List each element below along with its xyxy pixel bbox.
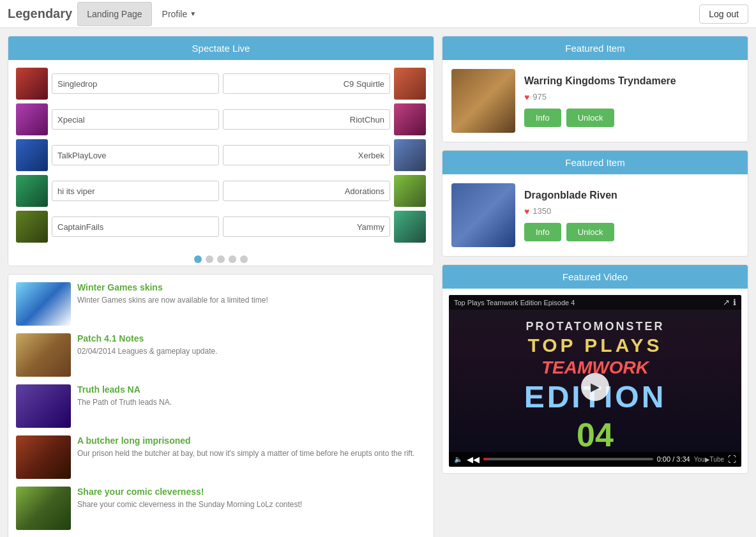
avatar	[16, 68, 48, 100]
news-title[interactable]: Truth leads NA	[77, 384, 172, 395]
news-thumbnail	[16, 384, 71, 428]
avatar	[394, 103, 426, 135]
spectate-player-input[interactable]	[223, 109, 390, 130]
rewind-icon[interactable]: ◀◀	[467, 455, 480, 464]
nav-landing-page[interactable]: Landing Page	[77, 2, 151, 26]
featured-item-image-2	[451, 183, 515, 247]
video-progress-fill	[483, 458, 488, 460]
spectate-player-input[interactable]	[223, 73, 390, 94]
unlock-button-1[interactable]: Unlock	[566, 109, 615, 127]
spectate-player-input[interactable]	[52, 73, 219, 94]
avatar	[394, 175, 426, 207]
avatar	[394, 211, 426, 243]
left-column: Spectate Live	[8, 36, 434, 537]
news-content: Truth leads NA The Path of Truth leads N…	[77, 384, 172, 408]
news-title[interactable]: Patch 4.1 Notes	[77, 333, 218, 344]
featured-item-info-1: Warring Kingdoms Tryndamere ♥ 975 Info U…	[524, 75, 739, 127]
fullscreen-icon[interactable]: ⛶	[728, 455, 736, 464]
video-line2: TOP PLAYS	[524, 335, 667, 356]
spectate-row	[16, 68, 219, 100]
heart-icon: ♥	[524, 92, 529, 102]
featured-item-name-2: Dragonblade Riven	[524, 190, 739, 201]
video-play-button[interactable]: ▶	[581, 373, 609, 401]
spectate-grid	[8, 60, 434, 250]
spectate-card: Spectate Live	[8, 36, 434, 266]
featured-item-likes-2: ♥ 1350	[524, 206, 739, 216]
video-progress-bar[interactable]	[483, 458, 653, 460]
spectate-player-input[interactable]	[223, 216, 390, 237]
video-controls: 🔈 ◀◀ 0:00 / 3:34 You▶Tube ⛶	[449, 452, 741, 467]
video-inner: Top Plays Teamwork Edition Episode 4 ↗ ℹ…	[449, 295, 741, 467]
news-title[interactable]: Winter Games skins	[77, 282, 268, 292]
video-title-bar: Top Plays Teamwork Edition Episode 4 ↗ ℹ	[449, 295, 741, 310]
brand-logo[interactable]: Legendary	[8, 6, 72, 21]
spectate-player-input[interactable]	[52, 216, 219, 237]
logout-button[interactable]: Log out	[699, 4, 748, 24]
spectate-row	[16, 175, 219, 207]
video-container[interactable]: Top Plays Teamwork Edition Episode 4 ↗ ℹ…	[449, 295, 741, 467]
pagination-dot[interactable]	[206, 255, 213, 263]
unlock-button-2[interactable]: Unlock	[566, 223, 615, 241]
pagination-dot[interactable]	[240, 255, 248, 263]
news-thumbnail	[16, 487, 71, 530]
spectate-pagination	[8, 250, 434, 266]
news-thumbnail	[16, 435, 71, 479]
spectate-right-section	[223, 68, 426, 243]
spectate-left-col	[16, 68, 219, 243]
list-item: Share your comic cleverness! Share your …	[16, 487, 426, 530]
featured-item-likes-1: ♥ 975	[524, 92, 739, 102]
news-desc: 02/04/2014 Leagues & gameplay update.	[77, 346, 218, 357]
avatar	[16, 139, 48, 171]
featured-item-buttons-2: Info Unlock	[524, 223, 739, 241]
info-button-2[interactable]: Info	[524, 223, 561, 241]
featured-item-card-1: Featured Item Warring Kingdoms Tryndamer…	[442, 36, 748, 142]
featured-item-header-1: Featured Item	[442, 36, 748, 60]
pagination-dot[interactable]	[217, 255, 225, 263]
nav-profile-label: Profile	[162, 9, 188, 19]
spectate-row	[223, 175, 426, 207]
share-icon: ↗	[723, 298, 730, 307]
info-button-1[interactable]: Info	[524, 109, 561, 127]
video-time: 0:00 / 3:34	[657, 455, 690, 463]
featured-item-card-2: Featured Item Dragonblade Riven ♥ 1350 I…	[442, 150, 748, 257]
spectate-player-input[interactable]	[52, 109, 219, 130]
spectate-player-input[interactable]	[223, 181, 390, 201]
right-column: Featured Item Warring Kingdoms Tryndamer…	[442, 36, 748, 537]
avatar	[394, 68, 426, 100]
spectate-row	[223, 68, 426, 100]
news-title[interactable]: A butcher long imprisoned	[77, 435, 414, 446]
news-desc: Winter Games skins are now available for…	[77, 295, 268, 306]
news-content: Patch 4.1 Notes 02/04/2014 Leagues & gam…	[77, 333, 218, 357]
spectate-row	[16, 139, 219, 171]
nav-profile[interactable]: Profile ▼	[155, 4, 204, 24]
featured-item-image-1	[451, 69, 515, 133]
news-thumbnail	[16, 282, 71, 326]
video-title-icons: ↗ ℹ	[723, 298, 736, 307]
featured-item-buttons-1: Info Unlock	[524, 109, 739, 127]
avatar	[16, 175, 48, 207]
volume-icon[interactable]: 🔈	[454, 455, 463, 464]
featured-video-card: Featured Video Top Plays Teamwork Editio…	[442, 264, 748, 474]
pagination-dot[interactable]	[194, 255, 202, 263]
list-item: Truth leads NA The Path of Truth leads N…	[16, 384, 426, 428]
pagination-dot[interactable]	[229, 255, 236, 263]
news-content: Winter Games skins Winter Games skins ar…	[77, 282, 268, 306]
likes-count: 1350	[533, 206, 551, 216]
spectate-player-input[interactable]	[223, 145, 390, 165]
spectate-player-input[interactable]	[52, 145, 219, 165]
chevron-down-icon: ▼	[190, 10, 196, 17]
navbar: Legendary Landing Page Profile ▼ Log out	[0, 0, 756, 28]
featured-video-header: Featured Video	[442, 265, 748, 289]
list-item: A butcher long imprisoned Our prison hel…	[16, 435, 426, 479]
featured-item-name-1: Warring Kingdoms Tryndamere	[524, 75, 739, 87]
news-title[interactable]: Share your comic cleverness!	[77, 487, 302, 497]
news-content: Share your comic cleverness! Share your …	[77, 487, 302, 510]
news-thumbnail	[16, 333, 71, 377]
news-card: Winter Games skins Winter Games skins ar…	[8, 274, 434, 537]
spectate-player-input[interactable]	[52, 181, 219, 201]
featured-item-body-2: Dragonblade Riven ♥ 1350 Info Unlock	[442, 174, 748, 256]
news-desc: Our prison held the butcher at bay, but …	[77, 448, 414, 459]
video-episode-title: Top Plays Teamwork Edition Episode 4	[454, 299, 575, 306]
avatar	[394, 139, 426, 171]
news-desc: The Path of Truth leads NA.	[77, 397, 172, 408]
